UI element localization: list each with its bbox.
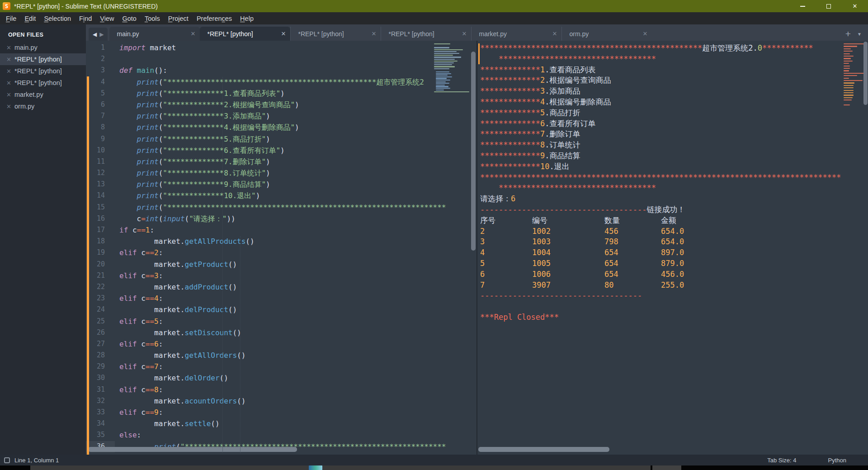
minimize-button[interactable] bbox=[789, 0, 816, 12]
tab-market-py-4[interactable]: market.py✕ bbox=[471, 27, 561, 41]
code-line-25[interactable]: 25elif c==5: bbox=[86, 316, 476, 327]
repl-vertical-scrollbar[interactable] bbox=[863, 42, 868, 105]
nav-forward-icon[interactable]: ▶ bbox=[99, 31, 104, 38]
code-line-32[interactable]: 32 market.acountOrders() bbox=[86, 395, 476, 407]
menu-item-view[interactable]: View bbox=[96, 14, 118, 24]
code-line-22[interactable]: 22 market.addProduct() bbox=[86, 281, 476, 293]
menu-item-goto[interactable]: Goto bbox=[118, 14, 140, 24]
code-line-19[interactable]: 19elif c==2: bbox=[86, 247, 476, 258]
code-line-20[interactable]: 20 market.getProduct() bbox=[86, 259, 476, 270]
menu-item-tools[interactable]: Tools bbox=[141, 14, 164, 24]
editor-vertical-scrollbar[interactable] bbox=[471, 52, 476, 251]
sidebar-item-5-orm-py[interactable]: ✕orm.py bbox=[0, 100, 86, 112]
code-line-31[interactable]: 31elif c==8: bbox=[86, 384, 476, 395]
code-line-21[interactable]: 21elif c==3: bbox=[86, 270, 476, 281]
minimap-line bbox=[844, 75, 857, 76]
code-line-17[interactable]: 17if c==1: bbox=[86, 224, 476, 236]
code-line-29[interactable]: 29elif c==7: bbox=[86, 361, 476, 372]
file-close-icon[interactable]: ✕ bbox=[6, 68, 14, 75]
menu-item-file[interactable]: File bbox=[2, 14, 20, 24]
menu-item-selection[interactable]: Selection bbox=[40, 14, 75, 24]
file-close-icon[interactable]: ✕ bbox=[6, 80, 14, 86]
tab-close-icon[interactable]: ✕ bbox=[278, 30, 286, 37]
tab-close-icon[interactable]: ✕ bbox=[550, 30, 557, 37]
code-line-23[interactable]: 23elif c==4: bbox=[86, 293, 476, 304]
menu-item-help[interactable]: Help bbox=[236, 14, 258, 24]
maximize-button[interactable] bbox=[816, 0, 842, 12]
tab--repl-python--2[interactable]: *REPL* [python]✕ bbox=[290, 27, 381, 41]
editor-minimap[interactable] bbox=[433, 43, 471, 452]
code-text: print("*********************************… bbox=[115, 202, 446, 213]
code-line-3[interactable]: 3def main(): bbox=[86, 65, 476, 76]
new-tab-button[interactable]: + bbox=[845, 31, 851, 37]
tab-close-icon[interactable]: ✕ bbox=[369, 30, 377, 37]
code-line-10[interactable]: 10 print("*************6.查看所有订单") bbox=[86, 145, 476, 156]
code-line-18[interactable]: 18 market.getAllProducts() bbox=[86, 236, 476, 247]
sidebar-item-4-market-py[interactable]: ✕market.py bbox=[0, 89, 86, 100]
editor-horizontal-scrollbar[interactable] bbox=[88, 447, 297, 452]
code-line-14[interactable]: 14 print("*************10.退出") bbox=[86, 190, 476, 201]
code-line-15[interactable]: 15 print("******************************… bbox=[86, 202, 476, 213]
tab-label: main.py bbox=[117, 30, 188, 38]
line-number: 17 bbox=[86, 224, 115, 236]
tab-close-icon[interactable]: ✕ bbox=[459, 30, 467, 37]
repl-table-cell: 2 bbox=[480, 226, 532, 237]
repl-horizontal-scrollbar[interactable] bbox=[478, 447, 609, 452]
code-line-26[interactable]: 26 market.setDiscount() bbox=[86, 327, 476, 338]
taskbar-window-strip[interactable] bbox=[30, 465, 651, 470]
file-close-icon[interactable]: ✕ bbox=[6, 44, 14, 51]
code-line-6[interactable]: 6 print("*************2.根据编号查询商品") bbox=[86, 99, 476, 110]
tab-close-icon[interactable]: ✕ bbox=[640, 30, 648, 37]
code-line-12[interactable]: 12 print("*************8.订单统计") bbox=[86, 167, 476, 179]
code-line-35[interactable]: 35else: bbox=[86, 429, 476, 441]
tab-orm-py-5[interactable]: orm.py✕ bbox=[561, 27, 652, 41]
taskbar-app-icon[interactable] bbox=[309, 465, 322, 470]
line-number: 32 bbox=[86, 395, 115, 407]
menu-item-preferences[interactable]: Preferences bbox=[193, 14, 236, 24]
file-close-icon[interactable]: ✕ bbox=[6, 91, 14, 98]
tab-overflow-icon[interactable]: ▼ bbox=[857, 32, 862, 37]
code-editor-pane[interactable]: 1import market23def main():4 print("****… bbox=[86, 41, 477, 455]
code-line-9[interactable]: 9 print("*************5.商品打折") bbox=[86, 133, 476, 145]
code-line-28[interactable]: 28 market.getAllOrders() bbox=[86, 350, 476, 361]
sidebar-item-label: orm.py bbox=[14, 103, 34, 110]
code-line-1[interactable]: 1import market bbox=[86, 42, 476, 53]
sidebar-item-1--repl-python-[interactable]: ✕*REPL* [python] bbox=[0, 53, 86, 65]
tab-main-py-0[interactable]: main.py✕ bbox=[109, 27, 200, 41]
tab-close-icon[interactable]: ✕ bbox=[188, 30, 196, 37]
code-line-27[interactable]: 27elif c==6: bbox=[86, 338, 476, 350]
code-line-4[interactable]: 4 print("*******************************… bbox=[86, 76, 476, 88]
vintage-mode-icon[interactable] bbox=[4, 457, 10, 463]
sidebar-item-2--repl-python-[interactable]: ✕*REPL* [python] bbox=[0, 65, 86, 77]
code-line-16[interactable]: 16 c=int(input("请选择：")) bbox=[86, 213, 476, 224]
code-line-8[interactable]: 8 print("*************4.根据编号删除商品") bbox=[86, 122, 476, 133]
repl-line-9: *************7.删除订单 bbox=[480, 129, 841, 140]
sidebar-item-3--repl-python-[interactable]: ✕*REPL* [python] bbox=[0, 77, 86, 89]
code-line-11[interactable]: 11 print("*************7.删除订单") bbox=[86, 156, 476, 167]
code-line-7[interactable]: 7 print("*************3.添加商品") bbox=[86, 110, 476, 122]
tab--repl-python--1[interactable]: *REPL* [python]✕ bbox=[200, 27, 290, 41]
minimap-line bbox=[436, 88, 450, 89]
syntax-status[interactable]: Python bbox=[828, 457, 846, 464]
menu-item-find[interactable]: Find bbox=[75, 14, 96, 24]
file-close-icon[interactable]: ✕ bbox=[6, 56, 14, 63]
menu-item-project[interactable]: Project bbox=[164, 14, 193, 24]
tab--repl-python--3[interactable]: *REPL* [python]✕ bbox=[381, 27, 471, 41]
sidebar-item-0-main-py[interactable]: ✕main.py bbox=[0, 42, 86, 53]
code-line-13[interactable]: 13 print("*************9.商品结算") bbox=[86, 179, 476, 190]
code-line-2[interactable]: 2 bbox=[86, 53, 476, 65]
code-line-33[interactable]: 33elif c==9: bbox=[86, 407, 476, 418]
code-line-24[interactable]: 24 market.delProduct() bbox=[86, 304, 476, 315]
tab-size-status[interactable]: Tab Size: 4 bbox=[767, 457, 796, 464]
file-close-icon[interactable]: ✕ bbox=[6, 103, 14, 110]
code-line-5[interactable]: 5 print("*************1.查看商品列表") bbox=[86, 88, 476, 99]
menu-item-edit[interactable]: Edit bbox=[20, 14, 40, 24]
repl-minimap[interactable] bbox=[843, 43, 864, 160]
close-button[interactable]: ✕ bbox=[842, 0, 868, 12]
nav-back-icon[interactable]: ◀ bbox=[93, 31, 97, 38]
minimap-line bbox=[844, 90, 854, 91]
code-line-30[interactable]: 30 market.delOrder() bbox=[86, 372, 476, 384]
code-text: market.getAllProducts() bbox=[115, 236, 255, 247]
repl-output-pane[interactable]: ****************************************… bbox=[477, 41, 868, 455]
code-line-34[interactable]: 34 market.settle() bbox=[86, 418, 476, 429]
